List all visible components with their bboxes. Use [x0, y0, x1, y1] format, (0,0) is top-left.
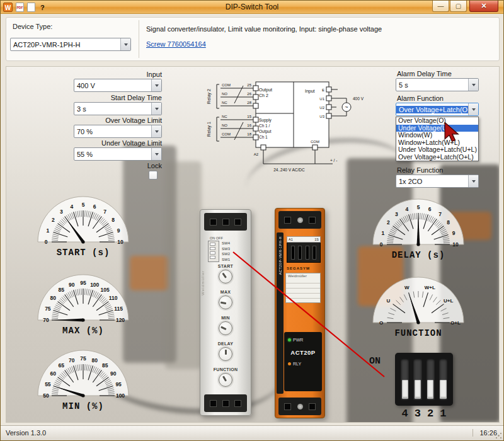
input-terminal: U3	[319, 115, 324, 118]
svg-text:85: 85	[59, 287, 65, 293]
chevron-down-icon[interactable]	[151, 148, 161, 160]
title-bar-icons: W PDF ?	[3, 2, 45, 13]
svg-text:10: 10	[452, 241, 459, 247]
input-select[interactable]: 400 V	[74, 79, 162, 92]
svg-text:100: 100	[90, 282, 99, 288]
pwr-led-row: PWR	[284, 336, 322, 344]
relay1-bracket	[217, 117, 219, 141]
dip-switch-numbers: 4321	[395, 408, 453, 420]
dip-switch-block[interactable]	[395, 353, 453, 406]
alarm-function-option[interactable]: Over Voltage+Latch(O+L)	[396, 154, 478, 161]
relay-function-select[interactable]: 1x 2CO	[396, 175, 479, 188]
device-type-select[interactable]: ACT20P-VMR-1PH-H	[10, 38, 131, 51]
over-voltage-label: Over Voltage Limit	[11, 117, 162, 124]
window-title: DIP-Switch Tool	[1, 3, 503, 11]
input-terminal: E	[322, 88, 324, 92]
dip-switch-handle[interactable]	[402, 380, 408, 399]
dip-switch-number: 2	[427, 408, 435, 420]
title-bar[interactable]: W PDF ? DIP-Switch Tool — ▢ ✕	[1, 1, 503, 14]
cell-output-ch2: Output	[259, 88, 272, 93]
alarm-function-option[interactable]: Window+Latch(W+L)	[396, 139, 478, 147]
cell-input: Input	[305, 89, 315, 94]
gauge-start-caption: START (s)	[32, 248, 135, 258]
under-voltage-label: Under Voltage Limit	[11, 139, 162, 147]
dip-row-label: SW1	[222, 257, 230, 263]
document-icon[interactable]	[27, 3, 35, 12]
chevron-down-icon[interactable]	[468, 79, 478, 91]
dip-switch-channel-3[interactable]	[413, 358, 421, 400]
cell-supply-ch1: Ch 1	[259, 135, 268, 139]
help-icon[interactable]: ?	[40, 4, 45, 11]
gauge-function: OUWW+LU+LO+L FUNCTION	[367, 267, 470, 338]
under-voltage-select[interactable]: 55 %	[74, 147, 162, 161]
terminal-number: 16	[247, 123, 251, 127]
dip-switch-handle[interactable]	[415, 380, 421, 399]
background-orange-accent	[130, 256, 169, 290]
svg-text:90: 90	[69, 282, 75, 288]
dial-label: DELAY	[200, 341, 251, 346]
svg-text:4: 4	[70, 203, 73, 210]
close-button[interactable]: ✕	[469, 1, 498, 12]
svg-text:65: 65	[59, 362, 65, 369]
chevron-down-icon[interactable]	[151, 79, 161, 91]
alarm-function-option[interactable]: Window(W)	[396, 132, 478, 139]
minimize-button[interactable]: —	[432, 1, 449, 12]
weidmueller-logo-icon[interactable]: W	[3, 3, 13, 12]
pdf-export-icon[interactable]: PDF	[16, 3, 24, 12]
resize-grip[interactable]	[495, 432, 503, 440]
svg-text:5: 5	[82, 202, 85, 208]
dial-knob	[219, 321, 232, 335]
device-dial-min: MIN	[200, 316, 251, 335]
jack-label: A1	[289, 238, 293, 241]
alarm-function-option[interactable]: Under Voltage+Latch(U+L)	[396, 146, 478, 154]
dip-switch-mini	[208, 241, 219, 262]
dip-switch-handle[interactable]	[427, 380, 433, 399]
svg-text:70: 70	[43, 317, 49, 323]
terminal-block	[278, 211, 321, 229]
chevron-down-icon[interactable]	[151, 125, 161, 137]
device-photo-orange-module: ACT20P-VMR-1PH-H A1 1S SEGASYM Weidmülle…	[275, 208, 325, 418]
svg-text:75: 75	[45, 306, 51, 312]
chevron-down-icon[interactable]	[468, 103, 478, 115]
alarm-function-option[interactable]: Under Voltage(U)	[396, 125, 478, 132]
input-terminal: U2	[319, 106, 324, 110]
power-led	[288, 338, 291, 341]
svg-text:0: 0	[380, 241, 383, 247]
dip-row-label: SW4	[222, 241, 230, 246]
alarm-function-select[interactable]: Over Voltage+Latch(O+L)	[396, 103, 479, 116]
dip-switch-channel-2[interactable]	[427, 358, 435, 400]
device-description: Signal converter/insulator, Limit value …	[146, 25, 382, 33]
device-dial-start: START	[200, 264, 251, 284]
dip-switch-channel-4[interactable]	[401, 358, 409, 400]
alarm-function-dropdown-list[interactable]: Over Voltage(O)Under Voltage(U)Window(W)…	[396, 117, 479, 161]
rly-led-row: RLY	[284, 360, 322, 368]
dip-switch-channel-1[interactable]	[439, 358, 447, 400]
terminal-number: 15	[247, 115, 251, 118]
svg-text:90: 90	[110, 370, 117, 377]
svg-text:U: U	[386, 298, 390, 304]
svg-text:8: 8	[112, 217, 115, 223]
dip-switch-handle[interactable]	[440, 380, 446, 399]
alarm-function-option[interactable]: Over Voltage(O)	[396, 117, 478, 125]
alarm-delay-select[interactable]: 5 s	[396, 78, 479, 91]
source-voltage: 400 V	[353, 96, 364, 101]
input-value: 400 V	[74, 82, 151, 89]
dip-row-labels: SW4 SW3 SW2 SW1	[222, 241, 230, 262]
terminal-com: COM	[311, 140, 319, 144]
header-divider	[139, 20, 139, 58]
cell-output-ch2: Ch 2	[259, 93, 268, 98]
polarity: + / -	[330, 158, 337, 163]
start-delay-select[interactable]: 3 s	[74, 102, 162, 115]
order-number-link[interactable]: Screw 7760054164	[146, 40, 206, 48]
lock-checkbox[interactable]	[149, 171, 158, 180]
gauge-function-caption: FUNCTION	[367, 328, 470, 338]
relay-function-value: 1x 2CO	[396, 178, 468, 185]
over-voltage-select[interactable]: 70 %	[74, 125, 162, 138]
front-panel: PWR ACT20P RLY	[284, 332, 322, 391]
chevron-down-icon[interactable]	[120, 38, 130, 50]
chevron-down-icon[interactable]	[151, 103, 161, 115]
gauge-min-dial: 50556065707580859095100	[32, 340, 135, 401]
chevron-down-icon[interactable]	[468, 175, 478, 187]
gauge-delay-caption: DELAY (s)	[367, 250, 470, 260]
maximize-button[interactable]: ▢	[450, 1, 467, 12]
